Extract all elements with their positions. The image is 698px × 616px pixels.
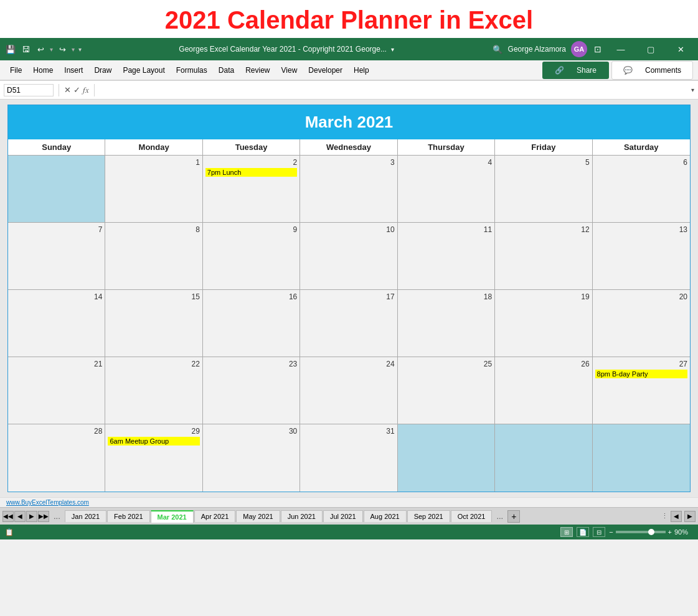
page-layout-view-button[interactable]: 📄 bbox=[577, 527, 589, 537]
cal-cell-15[interactable]: 15 bbox=[105, 290, 202, 357]
tab-scroll-right[interactable]: ▶ bbox=[684, 511, 696, 522]
close-button[interactable]: ✕ bbox=[668, 38, 693, 60]
menu-formulas[interactable]: Formulas bbox=[171, 64, 212, 77]
cal-cell-23[interactable]: 23 bbox=[203, 357, 300, 424]
cal-cell-25[interactable]: 25 bbox=[398, 357, 495, 424]
menu-draw[interactable]: Draw bbox=[89, 64, 116, 77]
menu-developer[interactable]: Developer bbox=[303, 64, 347, 77]
cal-cell-26[interactable]: 26 bbox=[495, 357, 592, 424]
tab-nav-next[interactable]: ▶ bbox=[26, 511, 37, 522]
zoom-control[interactable]: − + 90% bbox=[609, 528, 693, 536]
cal-cell-27[interactable]: 27 8pm B-day Party bbox=[593, 357, 690, 424]
cal-cell-22[interactable]: 22 bbox=[105, 357, 202, 424]
cal-cell-20[interactable]: 20 bbox=[593, 290, 690, 357]
cal-cell-empty-4[interactable] bbox=[593, 424, 690, 492]
tabs-dots-left[interactable]: ... bbox=[50, 510, 64, 523]
formula-expand-icon[interactable]: ▾ bbox=[691, 86, 694, 93]
zoom-minus-icon[interactable]: − bbox=[609, 528, 613, 536]
tab-jul-2021[interactable]: Jul 2021 bbox=[323, 510, 363, 522]
page-break-view-button[interactable]: ⊟ bbox=[593, 527, 605, 537]
tab-jun-2021[interactable]: Jun 2021 bbox=[281, 510, 323, 522]
menu-home[interactable]: Home bbox=[28, 64, 58, 77]
cal-cell-13[interactable]: 13 bbox=[593, 223, 690, 290]
cal-cell-3[interactable]: 3 bbox=[300, 156, 397, 223]
cancel-formula-icon[interactable]: ✕ bbox=[64, 85, 71, 95]
cal-cell-1[interactable]: 1 bbox=[105, 156, 202, 223]
cal-cell-empty-2[interactable] bbox=[398, 424, 495, 492]
restore-icon[interactable]: ⊡ bbox=[592, 44, 603, 55]
cal-cell-5[interactable]: 5 bbox=[495, 156, 592, 223]
cal-cell-21[interactable]: 21 bbox=[8, 357, 105, 424]
tab-oct-2021[interactable]: Oct 2021 bbox=[451, 510, 493, 522]
cal-cell-10[interactable]: 10 bbox=[300, 223, 397, 290]
tab-aug-2021[interactable]: Aug 2021 bbox=[364, 510, 407, 522]
cal-date-23: 23 bbox=[205, 360, 297, 368]
normal-view-button[interactable]: ⊞ bbox=[560, 527, 573, 537]
menu-file[interactable]: File bbox=[5, 64, 27, 77]
website-link[interactable]: www.BuyExcelTemplates.com bbox=[6, 499, 89, 506]
cal-cell-9[interactable]: 9 bbox=[203, 223, 300, 290]
menu-review[interactable]: Review bbox=[240, 64, 275, 77]
menu-insert[interactable]: Insert bbox=[59, 64, 88, 77]
day-sunday: Sunday bbox=[8, 139, 105, 155]
cal-cell-11[interactable]: 11 bbox=[398, 223, 495, 290]
tab-feb-2021[interactable]: Feb 2021 bbox=[107, 510, 149, 522]
tab-scroll-icon[interactable]: ⋮ bbox=[661, 512, 668, 520]
cal-cell-19[interactable]: 19 bbox=[495, 290, 592, 357]
tab-nav-prev[interactable]: ◀ bbox=[14, 511, 26, 522]
cal-cell-6[interactable]: 6 bbox=[593, 156, 690, 223]
share-button[interactable]: 🔗 Share bbox=[542, 62, 609, 79]
insert-function-icon[interactable]: 𝑓𝑥 bbox=[83, 85, 89, 95]
comments-button[interactable]: 💬 Comments bbox=[611, 61, 693, 80]
cal-cell-12[interactable]: 12 bbox=[495, 223, 592, 290]
cal-cell-4[interactable]: 4 bbox=[398, 156, 495, 223]
zoom-plus-icon[interactable]: + bbox=[668, 528, 672, 536]
cal-cell-28[interactable]: 28 bbox=[8, 424, 105, 492]
zoom-slider-thumb[interactable] bbox=[648, 529, 654, 535]
cal-cell-30[interactable]: 30 bbox=[203, 424, 300, 492]
cal-cell-empty-3[interactable] bbox=[495, 424, 592, 492]
cal-cell-29[interactable]: 29 6am Meetup Group bbox=[105, 424, 202, 492]
minimize-button[interactable]: — bbox=[608, 38, 633, 60]
redo-icon[interactable]: ↪ bbox=[57, 44, 68, 55]
cal-cell-2[interactable]: 2 7pm Lunch bbox=[203, 156, 300, 223]
title-dropdown-icon[interactable]: ▾ bbox=[391, 46, 394, 53]
cal-cell-24[interactable]: 24 bbox=[300, 357, 397, 424]
save-copy-icon[interactable]: 🖫 bbox=[20, 44, 31, 55]
add-sheet-button[interactable]: + bbox=[507, 510, 520, 523]
cal-cell-empty-1[interactable] bbox=[8, 156, 105, 223]
menu-data[interactable]: Data bbox=[214, 64, 239, 77]
tab-scroll-left[interactable]: ◀ bbox=[671, 511, 682, 522]
cal-cell-16[interactable]: 16 bbox=[203, 290, 300, 357]
undo-icon[interactable]: ↩ bbox=[35, 44, 46, 55]
maximize-button[interactable]: ▢ bbox=[638, 38, 663, 60]
cal-cell-31[interactable]: 31 bbox=[300, 424, 397, 492]
search-icon[interactable]: 🔍 bbox=[492, 44, 503, 55]
tab-mar-2021[interactable]: Mar 2021 bbox=[151, 510, 194, 523]
menu-view[interactable]: View bbox=[276, 64, 303, 77]
cal-cell-17[interactable]: 17 bbox=[300, 290, 397, 357]
zoom-slider-track[interactable] bbox=[616, 531, 666, 533]
confirm-formula-icon[interactable]: ✓ bbox=[73, 85, 80, 95]
cal-cell-14[interactable]: 14 bbox=[8, 290, 105, 357]
formula-input[interactable] bbox=[100, 86, 689, 95]
save-icon[interactable]: 💾 bbox=[5, 44, 16, 55]
tab-jan-2021[interactable]: Jan 2021 bbox=[65, 510, 106, 522]
cal-cell-8[interactable]: 8 bbox=[105, 223, 202, 290]
user-avatar[interactable]: GA bbox=[571, 41, 587, 57]
cal-date-24: 24 bbox=[303, 360, 394, 368]
tab-nav-first[interactable]: ◀◀ bbox=[2, 511, 14, 522]
cal-event-27[interactable]: 8pm B-day Party bbox=[595, 370, 687, 378]
cal-event-2[interactable]: 7pm Lunch bbox=[205, 168, 297, 177]
tab-apr-2021[interactable]: Apr 2021 bbox=[194, 510, 236, 522]
menu-page-layout[interactable]: Page Layout bbox=[118, 64, 169, 77]
menu-help[interactable]: Help bbox=[349, 64, 374, 77]
tabs-dots-right[interactable]: ... bbox=[493, 510, 507, 523]
cell-reference-input[interactable] bbox=[4, 84, 54, 96]
cal-cell-7[interactable]: 7 bbox=[8, 223, 105, 290]
tab-may-2021[interactable]: May 2021 bbox=[236, 510, 280, 522]
tab-sep-2021[interactable]: Sep 2021 bbox=[407, 510, 450, 522]
cal-event-29[interactable]: 6am Meetup Group bbox=[108, 437, 199, 446]
tab-nav-last[interactable]: ▶▶ bbox=[38, 511, 49, 522]
cal-cell-18[interactable]: 18 bbox=[398, 290, 495, 357]
